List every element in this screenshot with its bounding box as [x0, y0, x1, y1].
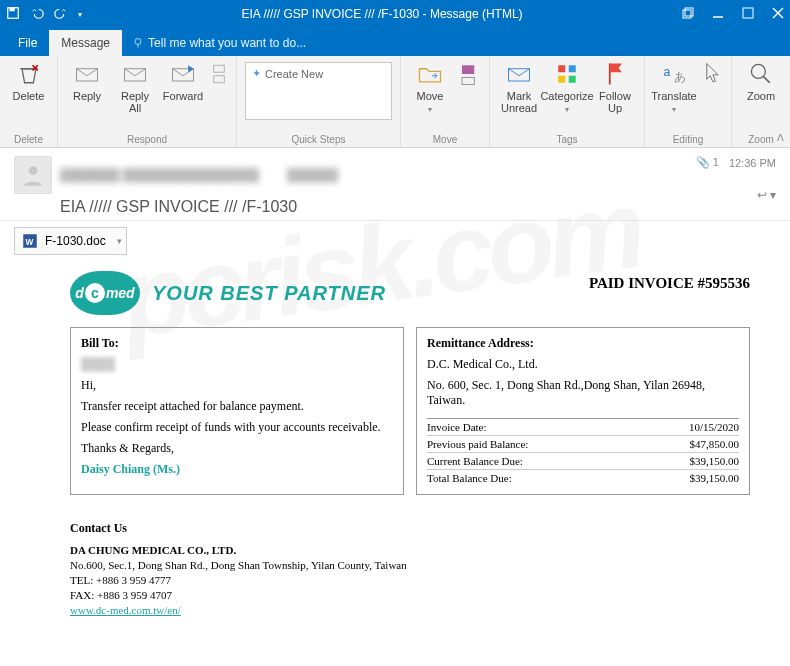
cursor-icon	[698, 60, 726, 88]
forward-button[interactable]: Forward	[162, 60, 204, 102]
recipient-redacted: ██████	[287, 168, 338, 182]
zoom-button[interactable]: Zoom	[740, 60, 782, 102]
redo-icon[interactable]	[54, 6, 68, 23]
received-time: 12:36 PM	[729, 157, 776, 169]
svg-rect-3	[685, 8, 693, 16]
message-body: PAID INVOICE #595536 dcmed YOUR BEST PAR…	[0, 261, 790, 639]
message-header: ███████ ████████████████ ██████ 📎 1 12:3…	[0, 148, 790, 221]
window-title: EIA ///// GSP INVOICE /// /F-1030 - Mess…	[82, 7, 682, 21]
translate-icon: aあ	[660, 60, 688, 88]
envelope-arrow-icon	[169, 60, 197, 88]
maximize-icon[interactable]	[742, 7, 754, 22]
quick-steps-gallery[interactable]: ✦Create New	[245, 62, 392, 120]
svg-rect-16	[462, 65, 474, 74]
tagline: YOUR BEST PARTNER	[152, 282, 386, 305]
attachment-indicator: 📎 1	[696, 156, 719, 169]
svg-rect-2	[683, 10, 691, 18]
svg-rect-17	[462, 78, 474, 85]
ribbon: Delete Delete Reply Reply All Forward Re…	[0, 56, 790, 148]
window-restore-icon[interactable]	[682, 7, 694, 22]
company-logo: dcmed	[70, 271, 140, 315]
remittance-panel: Remittance Address: D.C. Medical Co., Lt…	[416, 327, 750, 495]
delete-icon	[15, 60, 43, 88]
avatar	[14, 156, 52, 194]
svg-rect-1	[10, 7, 15, 11]
svg-rect-20	[569, 65, 576, 72]
svg-rect-19	[558, 65, 565, 72]
move-more-button[interactable]	[457, 60, 481, 88]
svg-rect-15	[214, 76, 225, 83]
contact-section: Contact Us DA CHUNG MEDICAL CO., LTD. No…	[70, 521, 750, 616]
envelope-icon	[73, 60, 101, 88]
sender-redacted: ███████ ████████████████	[60, 168, 259, 182]
close-icon[interactable]	[772, 7, 784, 22]
signature: Daisy Chiang (Ms.)	[81, 462, 393, 477]
word-doc-icon: W	[21, 232, 39, 250]
svg-line-26	[764, 77, 770, 83]
svg-rect-21	[558, 76, 565, 83]
envelope-icon	[121, 60, 149, 88]
lightbulb-icon	[132, 37, 144, 49]
svg-rect-22	[569, 76, 576, 83]
svg-rect-5	[743, 8, 753, 18]
svg-point-25	[751, 64, 765, 78]
undo-icon[interactable]	[30, 6, 44, 23]
folder-move-icon	[416, 60, 444, 88]
collapse-ribbon-icon[interactable]: ᐱ	[777, 132, 784, 143]
minimize-icon[interactable]	[712, 7, 724, 22]
svg-rect-14	[214, 65, 225, 72]
website-link[interactable]: www.dc-med.com.tw/en/	[70, 604, 181, 616]
reply-dropdown-icon[interactable]: ↩ ▾	[757, 188, 776, 202]
reply-all-button[interactable]: Reply All	[114, 60, 156, 114]
tab-file[interactable]: File	[6, 30, 49, 56]
categorize-button[interactable]: Categorize▾	[546, 60, 588, 115]
invoice-title: PAID INVOICE #595536	[589, 275, 750, 292]
person-icon	[20, 162, 46, 188]
select-button[interactable]	[701, 60, 723, 88]
flag-icon	[601, 60, 629, 88]
svg-text:あ: あ	[674, 70, 686, 84]
save-icon[interactable]	[6, 6, 20, 23]
svg-point-8	[135, 39, 141, 45]
respond-more-button[interactable]	[210, 60, 228, 88]
titlebar: ▾ EIA ///// GSP INVOICE /// /F-1030 - Me…	[0, 0, 790, 28]
bill-to-panel: Bill To: ████ Hi, Transfer receipt attac…	[70, 327, 404, 495]
message-subject: EIA ///// GSP INVOICE /// /F-1030	[60, 198, 776, 216]
tell-me-search[interactable]: Tell me what you want to do...	[122, 30, 316, 56]
svg-point-27	[29, 166, 38, 175]
zoom-icon	[747, 60, 775, 88]
ribbon-tabs: File Message Tell me what you want to do…	[0, 28, 790, 56]
svg-text:a: a	[664, 65, 671, 79]
mark-unread-button[interactable]: Mark Unread	[498, 60, 540, 114]
envelope-closed-icon	[505, 60, 533, 88]
reply-button[interactable]: Reply	[66, 60, 108, 102]
follow-up-button[interactable]: Follow Up	[594, 60, 636, 114]
tab-message[interactable]: Message	[49, 30, 122, 56]
translate-button[interactable]: aあTranslate▾	[653, 60, 695, 115]
chevron-down-icon[interactable]: ▾	[117, 236, 122, 246]
categorize-icon	[553, 60, 581, 88]
attachment-chip[interactable]: W F-1030.doc ▾	[14, 227, 127, 255]
delete-button[interactable]: Delete	[8, 60, 49, 102]
attachment-name: F-1030.doc	[45, 234, 106, 248]
svg-text:W: W	[26, 238, 34, 247]
move-button[interactable]: Move▾	[409, 60, 451, 115]
